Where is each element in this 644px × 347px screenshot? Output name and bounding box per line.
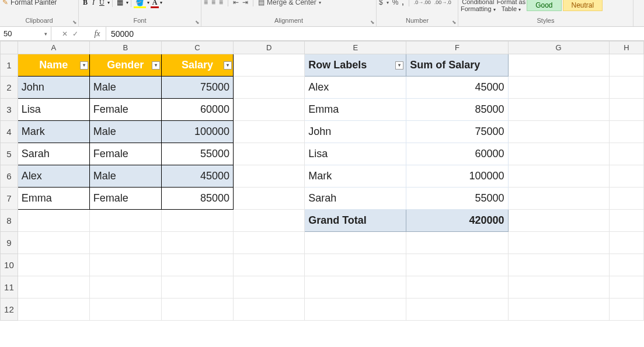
col-header[interactable]: F [406, 41, 508, 54]
confirm-entry-button[interactable]: ✓ [72, 30, 78, 38]
fill-color-button[interactable]: 🪣 [134, 0, 146, 7]
cell[interactable] [234, 254, 305, 276]
pivot-row-labels-header[interactable]: Row Labels▾ [305, 54, 406, 77]
align-right-button[interactable]: ≡ [219, 0, 223, 6]
cell[interactable] [234, 232, 305, 254]
cell[interactable] [234, 299, 305, 321]
pivot-row-label[interactable]: Emma [305, 99, 406, 121]
pivot-row-value[interactable]: 60000 [406, 143, 508, 165]
pivot-grand-total-label[interactable]: Grand Total [305, 210, 406, 232]
cell[interactable] [89, 232, 161, 254]
cell[interactable]: 55000 [161, 143, 233, 165]
cell[interactable] [609, 99, 643, 121]
cell[interactable] [406, 232, 508, 254]
cell[interactable] [89, 276, 161, 299]
dialog-launcher-icon[interactable]: ⬊ [452, 19, 457, 25]
cell[interactable] [508, 254, 609, 276]
bold-button[interactable]: B [81, 0, 89, 7]
pivot-grand-total-value[interactable]: 420000 [406, 210, 508, 232]
pivot-row-value[interactable]: 85000 [406, 99, 508, 121]
pivot-row-label[interactable]: Sarah [305, 188, 406, 210]
cell[interactable] [609, 254, 643, 276]
cell[interactable] [305, 254, 406, 276]
filter-dropdown-icon[interactable]: ▾ [152, 61, 160, 70]
row-header[interactable]: 4 [1, 121, 18, 143]
col-header[interactable]: D [234, 41, 305, 54]
cell[interactable]: Male [89, 121, 161, 143]
percent-button[interactable]: % [392, 0, 399, 6]
cell[interactable] [609, 299, 643, 321]
row-header[interactable]: 8 [1, 210, 18, 232]
cell[interactable] [508, 276, 609, 299]
dialog-launcher-icon[interactable]: ⬊ [370, 19, 375, 25]
cell[interactable] [161, 299, 233, 321]
table-header-salary[interactable]: Salary▾ [161, 54, 233, 77]
table-header-gender[interactable]: Gender▾ [89, 54, 161, 77]
table-header-name[interactable]: Name▾ [18, 54, 89, 77]
decrease-decimal-button[interactable]: .00→.0 [434, 0, 451, 5]
cell[interactable]: 45000 [161, 165, 233, 188]
cell[interactable]: Lisa [18, 99, 89, 121]
col-header[interactable]: H [609, 41, 643, 54]
style-neutral[interactable]: Neutral [563, 0, 603, 11]
cell[interactable] [234, 77, 305, 99]
chevron-down-icon[interactable]: ▾ [44, 31, 47, 37]
font-color-button[interactable]: A [151, 0, 159, 7]
spreadsheet-grid[interactable]: A B C D E F G H 1 Name▾ Gender▾ Salary▾ … [0, 41, 644, 321]
pivot-row-value[interactable]: 75000 [406, 121, 508, 143]
cell[interactable] [609, 188, 643, 210]
formula-input[interactable]: 50000 [106, 27, 644, 40]
name-box[interactable]: 50 ▾ [0, 27, 51, 40]
cell[interactable] [609, 165, 643, 188]
cell[interactable] [406, 254, 508, 276]
cell[interactable]: Female [89, 99, 161, 121]
row-header[interactable]: 6 [1, 165, 18, 188]
col-header[interactable]: E [305, 41, 406, 54]
row-header[interactable]: 5 [1, 143, 18, 165]
col-header[interactable]: B [89, 41, 161, 54]
cell[interactable]: 85000 [161, 188, 233, 210]
align-left-button[interactable]: ≡ [204, 0, 208, 6]
dialog-launcher-icon[interactable]: ⬊ [72, 19, 77, 25]
cell[interactable] [305, 276, 406, 299]
cell[interactable] [406, 299, 508, 321]
cell[interactable] [18, 254, 89, 276]
cell[interactable] [406, 276, 508, 299]
cell[interactable] [609, 232, 643, 254]
merge-center-button[interactable]: ▤ Merge & Center ▾ [258, 0, 321, 6]
cell[interactable]: Mark [18, 121, 89, 143]
pivot-row-label[interactable]: Mark [305, 165, 406, 188]
row-header[interactable]: 11 [1, 276, 18, 299]
cell[interactable] [161, 254, 233, 276]
decrease-indent-button[interactable]: ⇤ [233, 0, 239, 6]
cell[interactable] [234, 165, 305, 188]
cell[interactable] [234, 188, 305, 210]
row-header[interactable]: 3 [1, 99, 18, 121]
cell[interactable] [89, 299, 161, 321]
select-all-corner[interactable] [1, 41, 18, 54]
cell[interactable] [234, 276, 305, 299]
cell[interactable] [508, 188, 609, 210]
filter-dropdown-icon[interactable]: ▾ [224, 61, 232, 70]
pivot-sum-header[interactable]: Sum of Salary [406, 54, 508, 77]
cell[interactable] [508, 54, 609, 77]
cell[interactable] [609, 210, 643, 232]
cell[interactable]: Male [89, 165, 161, 188]
cell[interactable] [305, 232, 406, 254]
cell[interactable] [234, 99, 305, 121]
pivot-row-label[interactable]: John [305, 121, 406, 143]
filter-dropdown-icon[interactable]: ▾ [395, 61, 403, 70]
cell[interactable]: 100000 [161, 121, 233, 143]
row-header[interactable]: 12 [1, 299, 18, 321]
pivot-row-label[interactable]: Alex [305, 77, 406, 99]
cell[interactable] [609, 77, 643, 99]
cell[interactable] [18, 299, 89, 321]
cell[interactable] [234, 121, 305, 143]
cell[interactable] [161, 210, 233, 232]
cell[interactable] [89, 210, 161, 232]
cell[interactable] [508, 99, 609, 121]
cell[interactable]: Female [89, 143, 161, 165]
cell[interactable] [609, 54, 643, 77]
filter-dropdown-icon[interactable]: ▾ [80, 61, 88, 70]
cell[interactable]: Emma [18, 188, 89, 210]
